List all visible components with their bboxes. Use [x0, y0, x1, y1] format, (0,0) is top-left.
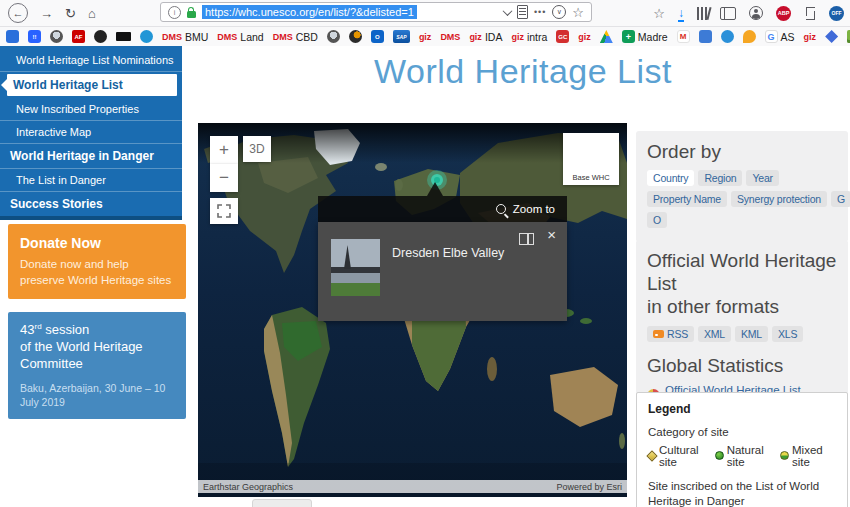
order-pill-year[interactable]: Year	[746, 170, 778, 186]
extension-off-icon[interactable]: OFF	[829, 6, 844, 21]
popup-callout-arrow	[427, 182, 443, 196]
bookmark-label: BMU	[185, 31, 208, 43]
donate-banner[interactable]: Donate Now Donate now and help preserve …	[8, 224, 186, 299]
forward-button[interactable]: →	[40, 7, 53, 20]
magnifier-icon	[496, 204, 506, 214]
bookmark-item[interactable]: DMS Land	[217, 31, 263, 43]
bookmark-favicon: SAP	[393, 30, 410, 43]
reload-button[interactable]: ↻	[65, 7, 76, 20]
sidebar-nav-item[interactable]: World Heritage List Nominations	[0, 49, 182, 72]
format-pill-xml[interactable]: XML	[698, 326, 731, 342]
back-button[interactable]: ←	[8, 3, 28, 23]
world-map[interactable]: + − 3D Base WHC Zoom to Dresden Elbe Val…	[198, 123, 627, 497]
partial-button-cutoff[interactable]	[252, 499, 312, 507]
bookmark-favicon	[699, 30, 712, 43]
bookmark-item[interactable]: DMS BMU	[162, 31, 208, 43]
url-bar[interactable]: i https://whc.unesco.org/en/list/?&delis…	[160, 2, 592, 22]
bookmark-item[interactable]	[140, 30, 153, 43]
bookmark-item[interactable]	[699, 30, 712, 43]
order-pill-synergy[interactable]: Synergy protection	[731, 191, 827, 207]
library-icon[interactable]	[697, 7, 707, 20]
bookmark-item[interactable]	[743, 30, 756, 43]
session-title-line2: of the World Heritage Committee	[20, 339, 143, 371]
bookmark-item[interactable]	[349, 30, 362, 43]
sidebar-nav-label: World Heritage List	[13, 78, 123, 92]
order-pill-region[interactable]: Region	[698, 170, 742, 186]
order-pill-country[interactable]: Country	[647, 170, 694, 186]
session-date: Baku, Azerbaijan, 30 June – 10 July 2019	[20, 381, 174, 409]
sidebar-nav-item[interactable]: Interactive Map	[0, 121, 182, 144]
send-tab-icon[interactable]: ☆	[653, 6, 665, 21]
bookmark-item[interactable]: giz intra	[511, 31, 547, 43]
bookmark-item[interactable]: AF	[72, 30, 85, 43]
page-info-icon[interactable]: i	[168, 6, 181, 19]
bookmark-item[interactable]: G AS	[765, 30, 795, 43]
bookmark-item[interactable]: giz	[578, 32, 591, 42]
url-text[interactable]: https://whc.unesco.org/en/list/?&deliste…	[202, 5, 417, 19]
zoom-to-label[interactable]: Zoom to	[513, 203, 555, 215]
sidebar-nav-item[interactable]: Success Stories	[0, 192, 182, 216]
sidebar-nav-item[interactable]: New Inscribed Properties	[0, 98, 182, 121]
reader-mode-icon[interactable]	[517, 5, 528, 19]
bookmark-prefix: DMS	[162, 32, 182, 42]
bookmark-item[interactable]: O	[371, 30, 384, 43]
bookmark-label: CBD	[296, 31, 318, 43]
bookmark-favicon	[116, 32, 131, 41]
bookmark-item[interactable]: + Madre	[622, 30, 668, 43]
page-actions-icon[interactable]: •••	[534, 7, 546, 17]
bookmark-item[interactable]: giz	[419, 32, 432, 42]
bookmark-item[interactable]	[94, 30, 107, 43]
order-pill-o[interactable]: O	[647, 212, 667, 228]
popup-close-icon[interactable]: ×	[547, 226, 556, 243]
home-button[interactable]: ⌂	[88, 7, 96, 20]
bookmark-star-icon[interactable]: ☆	[572, 5, 584, 20]
sidebar-toggle-icon[interactable]	[720, 7, 736, 20]
bookmark-item[interactable]: giz IDA	[469, 31, 502, 43]
session-banner[interactable]: 43rd session of the World Heritage Commi…	[8, 312, 186, 419]
order-pill-property-name[interactable]: Property Name	[647, 191, 727, 207]
browser-window: ← → ↻ ⌂ i https://whc.unesco.org/en/list…	[0, 0, 850, 507]
bookmark-item[interactable]: DMS CBD	[273, 31, 318, 43]
bookmark-item[interactable]	[825, 30, 838, 43]
map-zoom-out-button[interactable]: −	[210, 164, 238, 192]
popup-site-title[interactable]: Dresden Elbe Valley	[392, 246, 504, 260]
bookmark-item[interactable]	[116, 32, 131, 41]
bookmark-item[interactable]	[721, 30, 734, 43]
bookmark-item[interactable]: giz	[804, 32, 817, 42]
bookmark-item[interactable]: M	[677, 30, 690, 43]
adblock-icon[interactable]: ABP	[776, 6, 791, 21]
popup-zoom-bar[interactable]: Zoom to	[318, 196, 567, 222]
bookmark-item[interactable]	[50, 30, 63, 43]
sidebar-nav-item[interactable]: The List in Danger	[0, 169, 182, 192]
basemap-label: Base WHC	[563, 173, 619, 182]
urlbar-dropdown-icon[interactable]	[502, 6, 512, 16]
site-thumbnail[interactable]	[331, 239, 380, 296]
bookmark-item[interactable]	[6, 30, 19, 43]
order-pill-g[interactable]: G	[831, 191, 850, 207]
bookmark-item[interactable]	[327, 30, 340, 43]
format-pill-rss[interactable]: RSS	[647, 326, 694, 342]
account-icon[interactable]	[749, 6, 763, 20]
map-attribution: Earthstar Geographics Powered by Esri	[198, 480, 627, 493]
bookmark-item[interactable]: !!	[28, 30, 41, 43]
bookmark-item[interactable]: DMS	[440, 32, 460, 42]
downloads-icon[interactable]: ↓	[678, 6, 684, 20]
sidebar-nav-item[interactable]: World Heritage List	[7, 74, 177, 96]
map-zoom-in-button[interactable]: +	[210, 136, 238, 165]
donate-body: Donate now and help preserve World Herit…	[20, 257, 174, 288]
map-fullscreen-button[interactable]	[210, 198, 238, 224]
format-pill-xls[interactable]: XLS	[772, 326, 803, 342]
bookmark-favicon	[327, 30, 340, 43]
map-3d-button[interactable]: 3D	[243, 136, 271, 162]
pocket-icon[interactable]: ∨	[552, 5, 566, 19]
basemap-gallery-button[interactable]: Base WHC	[563, 133, 619, 185]
bookmark-item[interactable]	[600, 30, 613, 43]
format-pill-kml[interactable]: KML	[735, 326, 768, 342]
formats-card: Official World Heritage Listin other for…	[636, 240, 848, 417]
popup-dock-icon[interactable]	[519, 233, 534, 245]
screenshot-icon[interactable]	[804, 7, 816, 19]
bookmark-item[interactable]: SAP	[393, 30, 410, 43]
bookmark-favicon	[721, 30, 734, 43]
sidebar-nav-item[interactable]: World Heritage in Danger	[0, 144, 182, 169]
bookmark-item[interactable]: GC	[556, 30, 569, 43]
